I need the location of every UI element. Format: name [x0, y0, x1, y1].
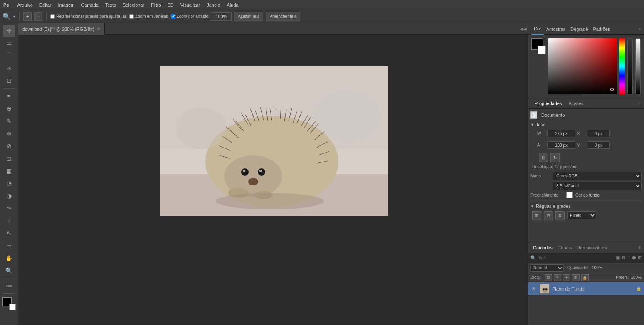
menu-texto[interactable]: Texto: [105, 2, 116, 7]
fill-screen-button[interactable]: Preencher tela: [266, 12, 300, 21]
bits-select[interactable]: 8 Bits/Canal: [553, 182, 642, 190]
filter-adjust-icon[interactable]: ⚙: [622, 255, 626, 261]
lock-artboard-btn[interactable]: ⊞: [572, 274, 580, 281]
height-input[interactable]: [547, 141, 575, 149]
amostras-tab[interactable]: Amostras: [544, 23, 568, 35]
text-tool[interactable]: T: [3, 215, 15, 227]
gradient-tool[interactable]: ▦: [3, 165, 15, 177]
degrade-tab[interactable]: Degradê: [568, 23, 590, 35]
width-input[interactable]: [547, 130, 575, 137]
clone-tool[interactable]: ⊗: [3, 128, 15, 139]
ruler-icon-2[interactable]: ⊟: [544, 211, 553, 220]
menu-camada[interactable]: Camada: [81, 2, 99, 7]
layers-tab-demarcadores[interactable]: Demarcadores: [575, 242, 608, 253]
zoom-in-btn[interactable]: +: [23, 12, 32, 21]
blend-mode-select[interactable]: Normal: [530, 264, 564, 272]
props-tab-ajustes[interactable]: Ajustes: [565, 98, 587, 109]
layers-panel-settings[interactable]: ≡: [638, 245, 641, 250]
menu-3d[interactable]: 3D: [168, 2, 174, 7]
brush-tool[interactable]: ✎: [3, 115, 15, 127]
lock-image-btn[interactable]: ✎: [554, 274, 561, 281]
props-tab-propriedades[interactable]: Propriedades: [531, 98, 565, 109]
rulers-section-header[interactable]: ▼ Réguas e grades: [530, 204, 642, 209]
eyedropper-tool[interactable]: ✒: [3, 90, 15, 102]
layers-tab-canais[interactable]: Canais: [556, 242, 573, 253]
menu-visualizar[interactable]: Visualizar: [180, 2, 200, 7]
color-gradient-picker[interactable]: [548, 38, 617, 94]
menu-filtro[interactable]: Filtro: [151, 2, 161, 7]
filter-pixel-icon[interactable]: ▣: [616, 255, 620, 261]
history-brush-tool[interactable]: ⊘: [3, 140, 15, 152]
hand-tool[interactable]: ✋: [3, 252, 15, 264]
properties-panel-settings[interactable]: ≡: [638, 101, 641, 106]
eraser-tool[interactable]: ◻: [3, 153, 15, 164]
units-select[interactable]: Pixels: [567, 211, 596, 219]
fg-bg-swatch-panel[interactable]: [531, 38, 546, 54]
path-select-tool[interactable]: ↖: [3, 227, 15, 239]
alpha-strip[interactable]: [627, 38, 633, 94]
more-tools-btn[interactable]: •••: [3, 280, 15, 292]
svg-point-41: [176, 108, 226, 149]
document-tab[interactable]: download (3).jfif @ 200% (RGB/8#) ✕: [18, 23, 105, 35]
magic-wand-tool[interactable]: ⍟: [3, 62, 15, 74]
document-tab-close[interactable]: ✕: [97, 27, 100, 31]
crop-tool[interactable]: ⊡: [3, 75, 15, 86]
layer-visibility-toggle[interactable]: 👁: [530, 286, 537, 292]
fg-bg-colors[interactable]: [2, 297, 16, 310]
zoom-drag-checkbox-label[interactable]: Zoom por arrasto: [171, 14, 209, 19]
tela-section-header[interactable]: ▼ Tela: [530, 122, 642, 127]
zoom-tool[interactable]: 🔍: [3, 265, 15, 276]
marquee-tool[interactable]: ▭: [3, 37, 15, 49]
filter-shape-icon[interactable]: ⬟: [632, 255, 636, 261]
menu-editar[interactable]: Editar: [39, 2, 52, 7]
menu-janela[interactable]: Janela: [207, 2, 220, 7]
menu-ajuda[interactable]: Ajuda: [227, 2, 239, 7]
adjust-screen-button[interactable]: Ajustar Tela: [234, 12, 263, 21]
panel-collapse-top-right[interactable]: ◀◀: [519, 23, 528, 35]
layers-search-input[interactable]: [538, 256, 614, 260]
mode-select[interactable]: Cores RGB: [553, 172, 642, 180]
resize-windows-checkbox-label[interactable]: Redimensionar janelas para ajustá-las: [50, 14, 127, 19]
background-color[interactable]: [9, 304, 16, 310]
lock-all-btn[interactable]: 🔒: [581, 274, 589, 281]
filter-text-icon[interactable]: T: [627, 255, 630, 261]
lasso-tool[interactable]: ⌒: [3, 50, 15, 62]
color-tab[interactable]: Cor: [531, 23, 544, 35]
pen-tool[interactable]: ✑: [3, 202, 15, 214]
lightness-strip[interactable]: [635, 38, 641, 94]
lock-position-btn[interactable]: +: [563, 274, 570, 281]
shape-tool[interactable]: ▭: [3, 240, 15, 251]
menu-arquivo[interactable]: Arquivo: [17, 2, 32, 7]
zoom-level-input[interactable]: [211, 12, 232, 21]
filter-smart-icon[interactable]: ⊞: [638, 255, 642, 261]
burn-tool[interactable]: ◑: [3, 190, 15, 202]
zoom-drag-checkbox[interactable]: [171, 14, 175, 19]
padroes-tab[interactable]: Padrões: [590, 23, 612, 35]
crop-to-content-btn[interactable]: ⊡: [539, 153, 548, 162]
zoom-windows-checkbox-label[interactable]: Zoom em Janelas: [129, 14, 168, 19]
layer-item[interactable]: 👁 Plano de Fundo 🔒: [528, 282, 644, 295]
move-tool[interactable]: ✛: [3, 25, 15, 37]
canvas-container[interactable]: [18, 35, 528, 325]
zoom-out-btn[interactable]: −: [34, 12, 42, 21]
bg-swatch[interactable]: [538, 46, 546, 54]
healing-tool[interactable]: ⊕: [3, 103, 15, 114]
color-panel-collapse[interactable]: ≡: [639, 27, 641, 31]
y-input[interactable]: [587, 141, 610, 149]
x-input[interactable]: [587, 130, 610, 137]
hue-strip[interactable]: [619, 38, 625, 94]
fill-swatch[interactable]: [566, 192, 573, 198]
ruler-icon-1[interactable]: ⊞: [532, 211, 541, 220]
blur-tool[interactable]: ◔: [3, 177, 15, 189]
ruler-icon-3[interactable]: ⊠: [555, 211, 565, 220]
layers-tab-camadas[interactable]: Camadas: [531, 242, 554, 253]
resize-windows-label: Redimensionar janelas para ajustá-las: [56, 14, 127, 19]
zoom-windows-checkbox[interactable]: [129, 14, 134, 19]
menu-imagem[interactable]: Imagem: [58, 2, 75, 7]
resize-windows-checkbox[interactable]: [50, 14, 55, 19]
y-label: Y: [577, 143, 585, 148]
lock-transparent-btn[interactable]: ⊡: [545, 274, 552, 281]
menu-selecionar[interactable]: Selecionar: [123, 2, 144, 7]
zoom-dropdown-btn[interactable]: ▾: [13, 15, 15, 19]
rotate-canvas-btn[interactable]: ↻: [550, 153, 560, 162]
